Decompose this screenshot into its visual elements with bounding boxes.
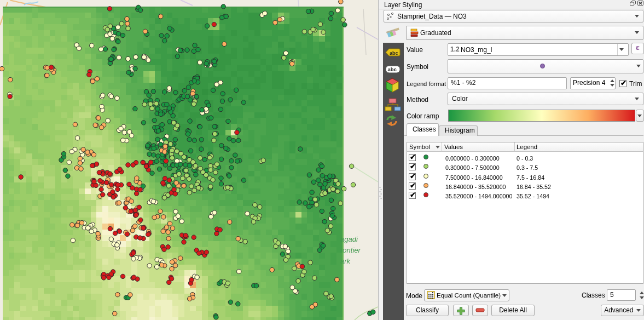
svg-text:abc: abc bbox=[390, 50, 398, 56]
svg-text:abc: abc bbox=[388, 66, 397, 72]
